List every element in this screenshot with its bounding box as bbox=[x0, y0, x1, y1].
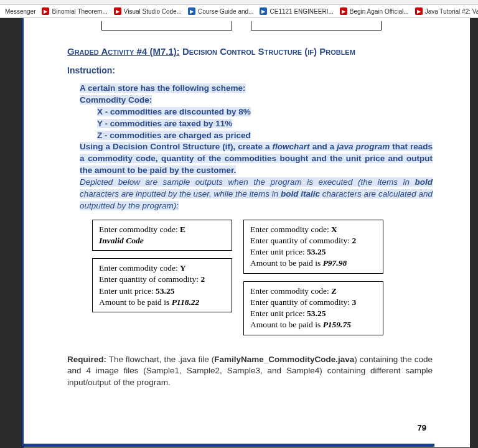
s2-l3b: 53.25 bbox=[307, 247, 326, 256]
bookmark-course-guide-label: Course Guide and... bbox=[198, 8, 254, 15]
s3-l4a: Amount to be paid is bbox=[99, 297, 172, 307]
bookmarks-bar: Messenger▶Binomial Theorem...▶Visual Stu… bbox=[0, 5, 478, 18]
required-p1: The flowchart, the .java file ( bbox=[106, 355, 214, 364]
page-number: 79 bbox=[67, 423, 433, 432]
s3-l1a: Enter commodity code: bbox=[99, 263, 180, 273]
sample-box-1: Enter commodity code: E Invalid Code bbox=[92, 220, 232, 251]
s2-l4a: Amount to be paid is bbox=[250, 258, 323, 268]
bookmark-java-tutorial-label: Java Tutorial #2: Va... bbox=[425, 8, 478, 15]
bookmark-java-tutorial-icon: ▶ bbox=[415, 7, 423, 15]
task-java: java program bbox=[337, 142, 390, 151]
task-p1: Using a Decision Control Structure (if),… bbox=[80, 142, 273, 151]
prev-box-1 bbox=[101, 21, 232, 30]
bookmark-vscode[interactable]: ▶Visual Studio Code... bbox=[114, 7, 182, 15]
bookmark-binomial-label: Binomial Theorem... bbox=[52, 8, 107, 15]
bookmark-java-tutorial[interactable]: ▶Java Tutorial #2: Va... bbox=[415, 7, 478, 15]
s3-l3a: Enter unit price: bbox=[99, 286, 156, 296]
s3-l2b: 2 bbox=[200, 274, 205, 284]
s2-l4b: P97.98 bbox=[323, 258, 347, 268]
document-page: Graded Activity #4 (M7.1): Decision Cont… bbox=[22, 18, 470, 447]
s4-l3a: Enter unit price: bbox=[250, 309, 307, 318]
s2-l1a: Enter commodity code: bbox=[250, 225, 331, 234]
pdf-margin bbox=[0, 18, 22, 447]
s4-l4a: Amount to be paid is bbox=[250, 320, 323, 329]
s4-l3b: 53.25 bbox=[307, 309, 326, 318]
prev-box-2 bbox=[251, 21, 382, 30]
page-divider bbox=[24, 444, 434, 447]
browser-top-bar bbox=[0, 0, 478, 5]
bookmark-vscode-icon: ▶ bbox=[114, 7, 121, 15]
bookmark-messenger[interactable]: Messenger bbox=[5, 8, 35, 15]
s1-l2: Invalid Code bbox=[99, 235, 225, 246]
sample-box-4: Enter commodity code: Z Enter quantity o… bbox=[243, 281, 383, 335]
content-area: Graded Activity #4 (M7.1): Decision Cont… bbox=[0, 18, 478, 447]
s4-l2a: Enter quantity of commodity: bbox=[250, 297, 352, 307]
bookmark-ce1121[interactable]: ▶CE1121 ENGINEERI... bbox=[260, 7, 333, 15]
bookmark-messenger-label: Messenger bbox=[5, 8, 35, 15]
bookmark-begin-again[interactable]: ▶Begin Again Official... bbox=[340, 7, 409, 15]
code-z: Z - commodities are charged as priced bbox=[97, 131, 251, 140]
dep-p2: characters are inputted by the user, whi… bbox=[80, 189, 281, 198]
partial-prev-boxes bbox=[67, 18, 433, 30]
scheme-intro: A certain store has the following scheme… bbox=[80, 83, 246, 93]
s3-l4b: P118.22 bbox=[172, 297, 200, 307]
heading-activity-title: Decision Control Structure (if) Problem bbox=[180, 46, 355, 57]
task-paragraph: Using a Decision Control Structure (if),… bbox=[80, 141, 433, 177]
commodity-label: Commodity Code: bbox=[80, 95, 152, 105]
s3-l3b: 53.25 bbox=[156, 286, 174, 296]
dep-p1: Depicted below are sample outputs when t… bbox=[80, 177, 415, 187]
s1-l1a: Enter commodity code: bbox=[99, 225, 180, 234]
depicted-paragraph: Depicted below are sample outputs when t… bbox=[80, 177, 433, 212]
s3-l1b: Y bbox=[180, 263, 186, 273]
task-p2: and a bbox=[310, 142, 337, 151]
required-label: Required: bbox=[67, 355, 106, 364]
bookmark-ce1121-label: CE1121 ENGINEERI... bbox=[269, 8, 333, 15]
bookmark-vscode-label: Visual Studio Code... bbox=[124, 8, 182, 15]
task-flowchart: flowchart bbox=[273, 142, 310, 151]
sample-box-3: Enter commodity code: Y Enter quantity o… bbox=[92, 258, 232, 312]
heading-activity-num: Graded Activity #4 (M7.1): bbox=[67, 46, 180, 57]
code-x: X - commodities are discounted by 8% bbox=[97, 107, 251, 116]
s4-l2b: 3 bbox=[352, 297, 356, 307]
sample-outputs: Enter commodity code: E Invalid Code Ent… bbox=[67, 220, 433, 335]
bookmark-binomial-icon: ▶ bbox=[42, 7, 49, 15]
dep-bolditalic: bold italic bbox=[281, 189, 320, 198]
bookmark-course-guide[interactable]: ▶Course Guide and... bbox=[188, 7, 254, 15]
s4-l4b: P159.75 bbox=[323, 320, 351, 329]
s4-l1a: Enter commodity code: bbox=[250, 286, 331, 296]
s2-l2b: 2 bbox=[352, 236, 356, 245]
s3-l2a: Enter quantity of commodity: bbox=[99, 274, 200, 284]
instruction-body: A certain store has the following scheme… bbox=[67, 83, 433, 212]
s4-l1b: Z bbox=[331, 286, 337, 296]
bookmark-course-guide-icon: ▶ bbox=[188, 7, 195, 15]
bookmark-begin-again-icon: ▶ bbox=[340, 7, 347, 15]
code-y: Y - commodities are taxed by 11% bbox=[97, 119, 232, 128]
sample-box-2: Enter commodity code: X Enter quantity o… bbox=[243, 220, 383, 274]
required-block: Required: The flowchart, the .java file … bbox=[67, 354, 433, 390]
bookmark-binomial[interactable]: ▶Binomial Theorem... bbox=[42, 7, 107, 15]
s2-l2a: Enter quantity of commodity: bbox=[250, 236, 352, 245]
required-filename: FamilyName_CommodityCode.java bbox=[214, 355, 354, 364]
activity-heading: Graded Activity #4 (M7.1): Decision Cont… bbox=[67, 46, 433, 57]
bookmark-ce1121-icon: ▶ bbox=[260, 7, 267, 15]
dep-bold: bold bbox=[415, 177, 433, 187]
s2-l1b: X bbox=[331, 225, 337, 234]
s1-l1b: E bbox=[180, 225, 185, 234]
s2-l3a: Enter unit price: bbox=[250, 247, 307, 256]
bookmark-begin-again-label: Begin Again Official... bbox=[350, 8, 409, 15]
instruction-label: Instruction: bbox=[67, 65, 433, 75]
